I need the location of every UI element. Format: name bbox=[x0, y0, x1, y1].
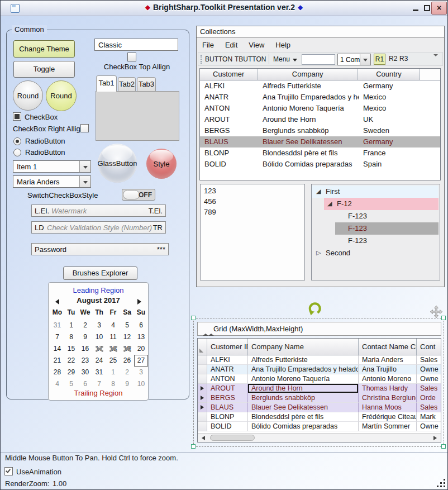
table-cell[interactable]: BLAUS bbox=[207, 403, 248, 412]
calendar-day[interactable]: 1 bbox=[106, 367, 120, 378]
watermark-field[interactable]: L.El. Watermark T.El. bbox=[31, 204, 166, 217]
row-header[interactable] bbox=[198, 412, 207, 422]
table-row[interactable]: AROUTAround the HornThomas HardySales bbox=[198, 384, 441, 393]
calendar-day[interactable]: 25 bbox=[106, 355, 120, 367]
table-cell[interactable]: ANATR bbox=[207, 365, 248, 374]
selection-handle[interactable] bbox=[191, 444, 196, 449]
calendar-day[interactable]: 3 bbox=[134, 367, 148, 378]
calendar-day[interactable]: 14 bbox=[50, 343, 64, 355]
calendar-day[interactable]: 8 bbox=[106, 378, 120, 390]
collections-header[interactable]: Collections bbox=[196, 26, 445, 37]
checkbox-top-align[interactable] bbox=[127, 53, 136, 61]
table-cell[interactable]: Sales bbox=[417, 403, 441, 412]
radio-button-1[interactable] bbox=[13, 137, 21, 145]
menu-item-edit[interactable]: Edit bbox=[223, 40, 239, 50]
calendar-day[interactable]: 15 bbox=[64, 343, 78, 355]
table-row[interactable]: BLAUSBlauer See DelikatessenHanna MoosSa… bbox=[198, 403, 441, 412]
scroll-left-icon[interactable] bbox=[202, 436, 205, 440]
column-header[interactable]: Country bbox=[358, 69, 420, 80]
list-item[interactable]: 789 bbox=[201, 207, 304, 217]
row-header[interactable] bbox=[198, 374, 207, 384]
radio-button-2[interactable] bbox=[13, 149, 21, 156]
change-theme-button[interactable]: Change Theme bbox=[13, 40, 75, 58]
combo-maria-anders[interactable]: Maria Anders bbox=[13, 175, 91, 188]
calendar-day[interactable]: 26 bbox=[120, 355, 134, 367]
calendar-day[interactable]: 23 bbox=[78, 355, 92, 367]
checkbox-right-align[interactable] bbox=[80, 124, 89, 132]
toolbar-menu-button[interactable]: Menu bbox=[273, 55, 296, 63]
table-row[interactable]: BOLIDBólido Comidas preparadasMartín Som… bbox=[198, 422, 441, 431]
menu-item-file[interactable]: File bbox=[201, 40, 216, 50]
calendar-day[interactable]: 19 bbox=[120, 343, 134, 355]
tree-item[interactable]: ◢First bbox=[312, 185, 440, 198]
menu-item-help[interactable]: Help bbox=[274, 40, 292, 50]
table-cell[interactable]: ALFKI bbox=[207, 355, 248, 365]
tree-item[interactable]: F-123 bbox=[312, 235, 440, 247]
calendar-day[interactable]: 21 bbox=[50, 355, 64, 367]
row-header[interactable] bbox=[198, 422, 207, 431]
tree-collapsed-icon[interactable]: ▷ bbox=[316, 249, 321, 257]
toolbar-textbox[interactable] bbox=[302, 54, 335, 65]
column-header[interactable]: Company Name bbox=[248, 339, 359, 355]
table-cell[interactable]: BERGS bbox=[207, 393, 248, 403]
collapse-pin-icon[interactable] bbox=[203, 325, 209, 334]
list-item[interactable]: 456 bbox=[201, 196, 304, 207]
calendar-day[interactable]: 4 bbox=[50, 378, 64, 390]
calendar-day[interactable]: 10 bbox=[134, 378, 148, 390]
switch-toggle[interactable]: OFF bbox=[122, 189, 155, 201]
calendar-day[interactable]: 17 bbox=[92, 343, 106, 355]
table-cell[interactable]: Owne bbox=[417, 365, 441, 374]
table-row[interactable]: BERGSBerglunds snabbköpSweden bbox=[200, 125, 440, 136]
calendar-day[interactable]: 3 bbox=[92, 320, 106, 331]
table-cell[interactable]: Ana Trujillo Emparedados y helados bbox=[248, 365, 359, 374]
table-row[interactable]: BERGSBerglunds snabbköpChristina Berglun… bbox=[198, 393, 441, 403]
combo-arrow-button[interactable] bbox=[79, 176, 90, 187]
calendar-day[interactable]: 9 bbox=[120, 378, 134, 390]
table-row[interactable]: ANTONAntonio Moreno TaqueríaMexico bbox=[200, 103, 440, 114]
password-field[interactable]: Password *** bbox=[31, 243, 169, 255]
table-cell[interactable]: AROUT bbox=[207, 384, 248, 393]
table-cell[interactable]: Mark bbox=[417, 412, 441, 422]
tree-item[interactable]: ▷Second bbox=[312, 247, 440, 259]
table-cell[interactable]: Sales bbox=[417, 355, 441, 365]
calendar-day[interactable]: 10 bbox=[92, 331, 106, 343]
tree-expanded-icon[interactable]: ◢ bbox=[316, 188, 321, 196]
table-cell[interactable]: Orde bbox=[417, 393, 441, 403]
column-header[interactable]: Contact Name CN bbox=[359, 339, 417, 355]
calendar-day[interactable]: 4 bbox=[106, 320, 120, 331]
table-cell[interactable]: Berglunds snabbköp bbox=[248, 393, 359, 403]
column-header[interactable]: Cont bbox=[417, 339, 441, 355]
selection-handle[interactable] bbox=[191, 316, 196, 320]
combo-item1[interactable]: Item 1 bbox=[13, 160, 91, 173]
calendar-day[interactable]: 30 bbox=[78, 367, 92, 378]
switch-knob[interactable] bbox=[123, 190, 140, 199]
toolbar-radio-r3[interactable]: R3 bbox=[399, 55, 408, 63]
row-header[interactable] bbox=[198, 403, 207, 412]
validation-field[interactable]: LD Check Validation Style (Number) TR bbox=[31, 221, 166, 234]
toolbar-tbutton[interactable]: TBUTTON bbox=[235, 55, 266, 63]
scroll-right-icon[interactable] bbox=[433, 436, 437, 440]
toolbar-radio-r1[interactable]: R1 bbox=[374, 54, 385, 65]
calendar-day[interactable]: 31 bbox=[92, 367, 106, 378]
table-cell[interactable]: Around the Horn bbox=[248, 384, 359, 393]
table-cell[interactable]: BOLID bbox=[207, 422, 248, 431]
table-cell[interactable]: BLONP bbox=[207, 412, 248, 422]
calendar-day[interactable]: 5 bbox=[64, 378, 78, 390]
table-cell[interactable]: Owne bbox=[417, 374, 441, 384]
selection-handle[interactable] bbox=[441, 316, 446, 320]
table-cell[interactable]: Alfreds Futterkiste bbox=[248, 355, 359, 365]
table-cell[interactable]: Hanna Moos bbox=[359, 403, 417, 412]
table-cell[interactable]: Blondesddsl père et fils bbox=[248, 412, 359, 422]
table-row[interactable]: ANATRAna Trujillo Emparedados y helaMexi… bbox=[200, 92, 440, 103]
table-row[interactable]: ALFKIAlfreds FutterkisteGermany bbox=[200, 80, 440, 92]
table-cell[interactable]: Christina Berglund bbox=[359, 393, 417, 403]
calendar-day[interactable]: 22 bbox=[64, 355, 78, 367]
use-animation-checkbox[interactable] bbox=[4, 467, 13, 475]
table-cell[interactable]: Antonio Moreno Taquería bbox=[248, 374, 359, 384]
table-cell[interactable]: Antonio Moreno bbox=[359, 374, 417, 384]
brushes-explorer-button[interactable]: Brushes Explorer bbox=[63, 267, 137, 280]
list-item[interactable]: 123 bbox=[201, 185, 304, 196]
column-header[interactable]: Customer bbox=[200, 69, 258, 80]
calendar-day[interactable]: 28 bbox=[50, 367, 64, 378]
table-row[interactable]: BOLIDBólido Comidas preparadasSpain bbox=[200, 159, 440, 170]
